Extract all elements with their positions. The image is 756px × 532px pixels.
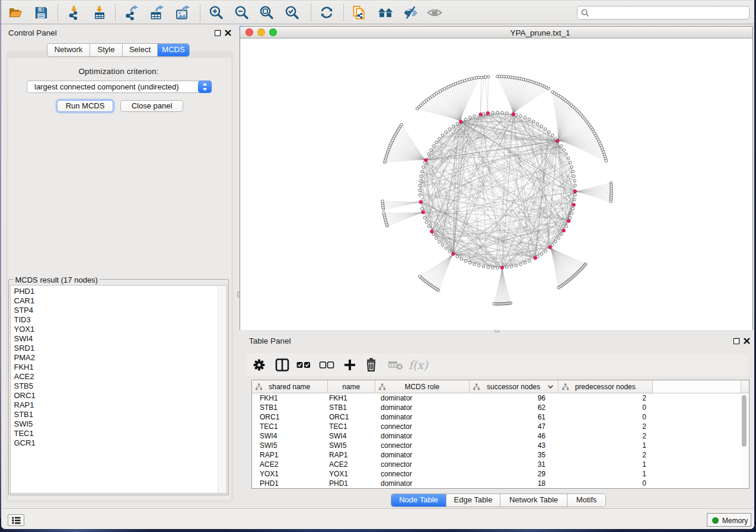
table-row[interactable]: SWI4SWI4dominator462 (252, 431, 749, 441)
table-row[interactable]: ACE2ACE2connector311 (252, 460, 749, 469)
cell-name: TEC1 (329, 422, 347, 431)
close-panel-button[interactable]: Close panel (120, 100, 183, 112)
mcds-result-item[interactable]: ORC1 (14, 391, 36, 400)
mcds-result-item[interactable]: TEC1 (14, 429, 36, 438)
open-file-icon[interactable] (8, 5, 24, 21)
mcds-result-item[interactable]: RAP1 (14, 400, 36, 410)
mcds-result-item[interactable]: GCR1 (14, 438, 36, 448)
mcds-result-list[interactable]: PHD1CAR1STP4TID3YOX1SWI4SRD1PMA2FKH1ACE2… (10, 285, 227, 493)
table-row[interactable]: YOX1YOX1connector291 (252, 469, 749, 479)
column-header-MCDS-role[interactable]: MCDS role (375, 380, 470, 393)
mcds-result-item[interactable]: ACE2 (14, 372, 36, 382)
mcds-result-item[interactable]: TID3 (14, 315, 36, 325)
tab-select[interactable]: Select (123, 44, 158, 56)
tab-mcds[interactable]: MCDS (158, 44, 189, 56)
column-header-name[interactable]: name (328, 380, 376, 393)
column-header-successor-nodes[interactable]: successor nodes (470, 380, 559, 393)
table-row[interactable]: STB1STB1dominator620 (252, 403, 749, 412)
cell-name: RAP1 (329, 451, 347, 459)
mcds-result-item[interactable]: SWI4 (14, 334, 36, 344)
table-close-icon[interactable] (744, 338, 751, 345)
table-options-gear-icon[interactable] (251, 357, 267, 373)
column-menu-chevron-icon[interactable] (548, 385, 553, 389)
import-network-icon[interactable] (66, 5, 82, 21)
first-neighbors-icon[interactable] (378, 5, 394, 21)
add-column-icon[interactable] (342, 357, 358, 373)
table-row[interactable]: PHD1PHD1dominator180 (252, 479, 749, 488)
close-traffic-light[interactable] (245, 28, 253, 36)
cell-mcds-role: dominator (381, 479, 412, 488)
import-table-icon[interactable] (92, 5, 108, 21)
search-box[interactable] (577, 6, 749, 20)
zoom-in-icon[interactable] (209, 5, 225, 21)
export-table-icon[interactable] (149, 5, 165, 21)
network-canvas[interactable] (240, 39, 752, 330)
mcds-list-scrollbar[interactable] (218, 286, 227, 493)
refresh-icon[interactable] (319, 5, 335, 21)
show-columns-icon[interactable] (274, 357, 291, 373)
select-all-columns-icon[interactable] (295, 357, 312, 373)
zoom-traffic-light[interactable] (269, 28, 277, 36)
mcds-result-item[interactable]: YOX1 (14, 325, 36, 334)
table-row[interactable]: TEC1TEC1connector472 (252, 422, 749, 431)
cell-successor-nodes: 18 (522, 479, 546, 488)
mcds-result-item[interactable]: SWI5 (14, 419, 36, 429)
cytoscape-window: Control Panel NetworkStyleSelectMCDS Opt… (1, 0, 754, 529)
cell-mcds-role: dominator (381, 432, 412, 440)
cell-shared-name: SWI4 (260, 432, 277, 440)
column-header-predecessor-nodes[interactable]: predecessor nodes (559, 380, 653, 393)
tab-motifs[interactable]: Motifs (567, 494, 605, 507)
tab-network-table[interactable]: Network Table (500, 494, 567, 507)
mcds-result-item[interactable]: STB5 (14, 382, 36, 391)
export-network-icon[interactable] (123, 5, 139, 21)
delete-table-icon (387, 357, 404, 373)
memory-label: Memory (722, 517, 748, 525)
cell-shared-name: ORC1 (260, 413, 279, 421)
close-panel-icon[interactable] (225, 30, 232, 37)
criterion-dropdown[interactable]: largest connected component (undirected) (27, 81, 212, 93)
task-history-button[interactable] (8, 514, 24, 526)
table-row[interactable]: SWI5SWI5connector431 (252, 441, 749, 450)
tab-node-table[interactable]: Node Table (391, 494, 446, 507)
export-image-icon[interactable] (175, 5, 191, 21)
table-scrollbar-thumb[interactable] (742, 395, 747, 447)
column-label: successor nodes (470, 383, 558, 391)
mcds-result-item[interactable]: PHD1 (14, 287, 36, 296)
zoom-fit-icon[interactable] (259, 5, 275, 21)
table-row[interactable]: FKH1FKH1dominator962 (252, 393, 749, 403)
hide-selected-icon[interactable] (403, 5, 419, 21)
cell-mcds-role: connector (381, 422, 412, 431)
run-mcds-button[interactable]: Run MCDS (57, 100, 113, 112)
open-session-file-icon[interactable] (352, 5, 368, 21)
mcds-result-item[interactable]: STB1 (14, 410, 36, 419)
column-header-shared-name[interactable]: shared name (252, 380, 328, 393)
tab-network[interactable]: Network (47, 44, 90, 56)
save-session-icon[interactable] (33, 5, 49, 21)
table-row[interactable]: RAP1RAP1dominator352 (252, 450, 749, 460)
minimize-traffic-light[interactable] (257, 28, 265, 36)
search-input[interactable] (592, 7, 746, 18)
cell-name: FKH1 (329, 394, 347, 402)
tab-style[interactable]: Style (90, 44, 123, 56)
table-row[interactable]: ORC1ORC1dominator610 (252, 412, 749, 422)
mcds-result-item[interactable]: FKH1 (14, 363, 36, 372)
network-window-titlebar[interactable]: YPA_prune.txt_1 (240, 27, 752, 39)
cell-successor-nodes: 43 (522, 441, 546, 450)
mcds-result-item[interactable]: SRD1 (14, 344, 36, 353)
zoom-out-icon[interactable] (234, 5, 250, 21)
control-panel: Control Panel NetworkStyleSelectMCDS Opt… (1, 25, 238, 508)
mcds-result-item[interactable]: CAR1 (14, 296, 36, 306)
float-panel-icon[interactable] (215, 30, 221, 36)
tab-edge-table[interactable]: Edge Table (446, 494, 500, 507)
mcds-result-item[interactable]: PMA2 (14, 353, 36, 363)
table-float-icon[interactable] (733, 338, 739, 344)
memory-button[interactable]: Memory (707, 513, 751, 527)
delete-column-icon[interactable] (363, 357, 379, 373)
unselect-all-columns-icon[interactable] (318, 357, 335, 373)
table-scrollbar[interactable] (741, 395, 748, 488)
cell-mcds-role: dominator (381, 413, 412, 421)
toolbar-separator (58, 4, 58, 21)
zoom-selected-icon[interactable] (285, 5, 301, 21)
table-panel: Table Panel f(x) shared namename MCDS ro… (240, 333, 754, 508)
mcds-result-item[interactable]: STP4 (14, 306, 36, 315)
